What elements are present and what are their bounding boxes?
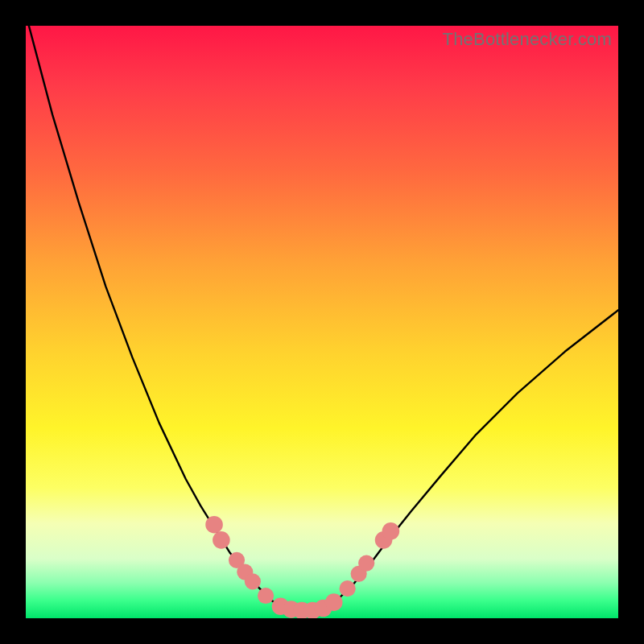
data-marker: [358, 555, 374, 571]
chart-plot-area: TheBottlenecker.com: [26, 26, 618, 618]
chart-frame: TheBottlenecker.com: [0, 0, 644, 644]
data-marker: [213, 531, 230, 549]
data-marker: [245, 573, 261, 589]
bottleneck-curve: [26, 26, 618, 611]
chart-svg: [26, 26, 618, 618]
data-marker: [205, 516, 223, 534]
data-marker: [382, 522, 400, 540]
data-marker: [325, 593, 343, 611]
data-marker: [258, 588, 274, 604]
data-marker: [340, 580, 356, 597]
